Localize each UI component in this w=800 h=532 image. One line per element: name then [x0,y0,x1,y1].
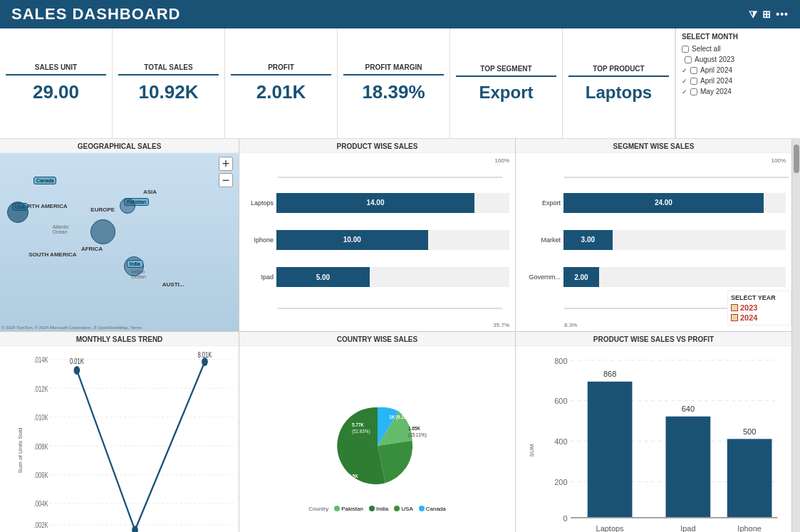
kpi-top-segment-value: Export [479,83,533,103]
bar-label-iphone: Iphone [245,236,274,244]
svg-text:0.008K: 0.008K [34,442,48,450]
month-option-3[interactable]: ✓ May 2024 [682,86,794,97]
filter-icon[interactable]: ⧩ [749,9,758,21]
kpi-top-product-value: Laptops [586,83,652,103]
pakistan-bubble [120,198,135,214]
svg-text:Laptops: Laptops [596,524,625,532]
checkmark-3: ✓ [682,88,687,95]
select-all-option[interactable]: Select all [682,43,794,54]
svg-text:8.01K: 8.01K [198,351,212,359]
seg-bar-fill-market: 3.00 [563,230,613,250]
year-option-2024[interactable]: 2024 [731,313,788,322]
kpi-total-sales: TOTAL SALES 10.92K [113,28,225,138]
kpi-profit-margin-label: PROFIT MARGIN [343,63,444,75]
pie-label-canada: 1K (9.16%) [389,414,412,420]
select-all-label: Select all [692,45,721,53]
svg-text:0.014K: 0.014K [34,356,48,364]
atlantic-ocean-label: AtlanticOcean [53,224,69,234]
scrollbar-thumb[interactable] [794,145,799,173]
month-checkbox-0[interactable] [685,56,692,63]
usa-bubble [7,202,28,223]
svg-text:400: 400 [554,437,567,446]
seg-bar-value-govt: 2.00 [574,273,588,281]
pie-svg: 1K (9.16%) 1.65K (15.11%) 5.77K (52.83%)… [313,389,442,503]
select-year-title: SELECT YEAR [731,294,788,301]
year-checkbox-2024[interactable] [731,314,738,321]
select-all-checkbox[interactable] [682,46,689,53]
kpi-sales-unit-label: SALES UNIT [6,63,106,75]
pie-chart-container: 1K (9.16%) 1.65K (15.11%) 5.77K (52.83%)… [239,346,515,532]
bar-track-laptops: 14.00 [276,193,509,213]
pie-label-india: 5.77K [352,422,364,427]
kpi-sales-unit-value: 29.00 [33,81,79,103]
month-label-0: August 2023 [695,56,734,63]
geo-map: + − NORTH AMERICA SOUTH AMERICA EUROPE A… [0,153,239,331]
checkmark-1: ✓ [682,67,687,74]
month-option-1[interactable]: ✓ April 2024 [682,65,794,75]
product-profit-title: PRODUCT WISE SALES Vs PROFIT [516,332,791,346]
monthly-trend-container: Sum of Units Sold 0.014K 0.012 [0,346,239,532]
bar-row-iphone: Iphone 10.00 [245,230,509,250]
more-icon[interactable]: ••• [776,9,789,21]
kpi-sales-unit: SALES UNIT 29.00 [0,28,113,138]
profit-bar-iphone [727,439,772,518]
svg-text:0.002K: 0.002K [34,521,48,529]
grid-icon[interactable]: ⊞ [762,9,772,21]
kpi-profit-value: 2.01K [256,81,306,103]
pie-label-india2: (52.83%) [352,429,370,434]
product-axis-bottom [278,308,502,309]
seg-bar-row-govt: Governm... 2.00 [521,267,786,287]
profit-y-axis: SUM [521,349,543,532]
month-checkbox-3[interactable] [690,88,697,95]
svg-text:0.012K: 0.012K [34,385,48,393]
scrollbar[interactable] [791,139,800,532]
month-option-0[interactable]: August 2023 [682,54,794,65]
bar-fill-ipad: 5.00 [276,267,370,287]
profit-bar-laptops [588,382,633,518]
svg-text:0.004K: 0.004K [34,500,48,508]
seg-bar-label-export: Export [521,199,561,207]
bar-fill-iphone: 10.00 [276,230,428,250]
bar-value-ipad: 5.00 [316,273,330,281]
profit-y-label: SUM [529,444,536,457]
trend-y-label-text: Sum of Units Sold [17,427,24,473]
month-checkbox-1[interactable] [690,67,697,74]
geo-sales-section: GEOGRAPHICAL SALES + − NORTH AMERICA SOU… [0,139,239,331]
legend-usa: USA [394,506,412,512]
pie-label-usa: 2.5K [348,474,358,479]
select-month-title: SELECT MONTH [682,33,794,41]
legend-label-pakistan: Pakistan [341,506,363,512]
year-option-2023[interactable]: 2023 [731,303,788,312]
month-checkbox-2[interactable] [690,78,697,85]
bar-track-ipad: 5.00 [276,267,509,287]
seg-bar-label-market: Market [521,236,561,244]
charts-grid: GEOGRAPHICAL SALES + − NORTH AMERICA SOU… [0,139,791,532]
segment-max-pct: 100% [521,157,786,164]
europe-label: EUROPE [90,207,115,213]
legend-india: India [369,506,388,512]
product-sales-title: PRODUCT WISE SALES [239,139,515,153]
trend-y-axis-label: Sum of Units Sold [6,349,34,532]
segment-sales-section: SEGMENT WISE SALES 100% Export 24.00 Mar… [516,139,791,331]
map-zoom-in[interactable]: + [219,157,233,171]
seg-bar-fill-govt: 2.00 [563,267,599,287]
month-option-2[interactable]: ✓ April 2024 [682,75,794,86]
legend-dot-canada [419,506,425,511]
svg-text:0.010K: 0.010K [34,414,48,422]
year-checkbox-2023[interactable] [731,304,738,311]
kpi-profit-margin-value: 18.39% [362,81,425,103]
country-sales-title: COUNTRY WISE SALES [239,332,515,346]
svg-text:600: 600 [554,397,567,405]
product-axis-top [278,177,502,178]
bar-row-laptops: Laptops 14.00 [245,193,509,213]
trend-svg: 0.014K 0.012K 0.010K 0.008K 0.006K 0.004… [34,349,236,532]
map-zoom-out[interactable]: − [219,173,233,187]
africa-label: AFRICA [81,246,103,252]
product-bar-chart: 100% Laptops 14.00 Iphone 10.00 [239,153,515,331]
dashboard-header: SALES DASHBOARD ⧩ ⊞ ••• [0,0,800,28]
south-america-label: SOUTH AMERICA [28,251,76,258]
bar-track-iphone: 10.00 [276,230,509,250]
svg-text:500: 500 [743,427,756,436]
dashboard-title: SALES DASHBOARD [11,5,180,24]
product-sales-section: PRODUCT WISE SALES 100% Laptops 14.00 Ip… [239,139,515,331]
